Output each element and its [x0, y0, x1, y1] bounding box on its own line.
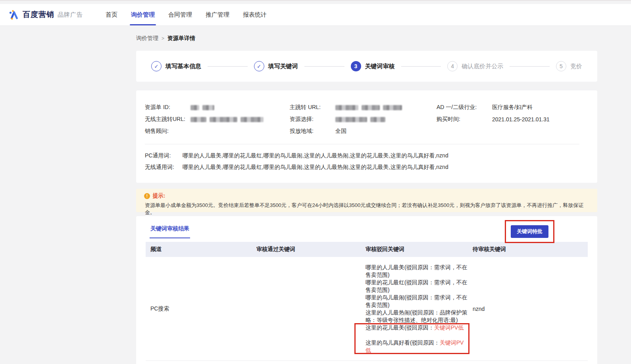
tip-title-row: ! 提示:: [144, 192, 589, 199]
info-row-ad-industry: AD 一/二级行业: 医疗服务/妇产科: [437, 102, 550, 113]
step-number: 5: [556, 61, 566, 71]
info-row-resource-selection: 资源选择:: [290, 113, 402, 125]
rejected-keywords-list: 哪里的人儿最美(驳回原因：需求词，不在售卖范围) 哪里的花儿最红(驳回原因：需求…: [366, 264, 468, 354]
rejected-keyword-text: 这里的人儿最热闹(驳回原因：品牌保护策略：等级夸张性描述、绝对化用语:最): [366, 309, 467, 323]
step-label: 填写基本信息: [165, 63, 201, 70]
brand-subtitle: 品牌广告: [58, 11, 83, 19]
field-value: 全国: [335, 128, 346, 135]
step-2-fill-keywords: ✓ 填写关键词: [254, 61, 298, 71]
nav-item-label: 推广管理: [206, 11, 229, 19]
chevron-right-icon: >: [162, 36, 164, 41]
field-value: 医疗服务/妇产科: [492, 104, 533, 111]
step-connector: [510, 66, 550, 67]
divider: [145, 144, 579, 144]
baidu-marketing-logo-icon: [9, 10, 19, 20]
page: 百度营销 品牌广告 首页 询价管理 合同管理 推广管理 报表统计 询价管理 > …: [0, 0, 631, 364]
table-row: PC搜索 哪里的人儿最美(驳回原因：需求词，不在售卖范围) 哪里的花儿最红(驳回…: [146, 257, 588, 361]
field-label: AD 一/二级行业:: [437, 104, 492, 111]
top-nav: 百度营销 品牌广告 首页 询价管理 合同管理 推广管理 报表统计: [0, 4, 631, 25]
field-label: PC通用词:: [145, 152, 183, 159]
column-header-rejected-keywords: 审核驳回关键词: [361, 246, 468, 253]
step-connector: [401, 66, 441, 67]
rejected-keyword-text: 哪里的人儿最美(驳回原因：需求词，不在售卖范围): [366, 264, 467, 278]
nav-menu: 首页 询价管理 合同管理 推广管理 报表统计: [99, 4, 273, 25]
step-1-basic-info: ✓ 填写基本信息: [151, 61, 201, 71]
step-3-keyword-review: 3 关键词审核: [351, 61, 395, 71]
step-check-icon: ✓: [151, 61, 162, 71]
wireless-generic-keywords-row: 无线通用词: 哪里的人儿最美,哪里的花儿最红,哪里的鸟儿最闹,这里的人儿最热闹,…: [145, 161, 585, 173]
info-column-middle: 主跳转 URL: 资源选择: 投放地域: 全国: [290, 102, 402, 137]
tip-title: 提示:: [153, 192, 165, 199]
rejected-keyword-text: 哪里的花儿最红(驳回原因：需求词，不在售卖范围): [366, 279, 467, 293]
info-row-main-jump-url: 主跳转 URL:: [290, 102, 402, 113]
step-check-icon: ✓: [254, 61, 264, 71]
rejected-keyword-entry: 这里的鸟儿真好看(驳回原因：关键词PV低: [366, 339, 468, 354]
field-label: 主跳转 URL:: [290, 104, 335, 111]
nav-item-contract-management[interactable]: 合同管理: [162, 4, 199, 25]
rejected-keyword-entry: 哪里的花儿最红(驳回原因：需求词，不在售卖范围): [366, 279, 468, 294]
breadcrumb-current: 资源单详情: [167, 35, 195, 42]
redacted-value: [190, 117, 264, 122]
redacted-value: [335, 117, 385, 122]
brand-logo[interactable]: 百度营销 品牌广告: [9, 10, 83, 20]
rejected-keyword-entry: 这里的花儿最美(驳回原因：关键词PV低: [366, 324, 468, 331]
tip-banner: ! 提示: 资源单最小成单金额为3500元。竞价结束后若整单不足3500元，客户…: [136, 189, 597, 212]
nav-item-report-statistics[interactable]: 报表统计: [236, 4, 273, 25]
tab-keyword-review-result[interactable]: 关键词审核结果: [150, 224, 190, 238]
column-header-channel: 频道: [146, 246, 252, 253]
pc-generic-keywords-row: PC通用词: 哪里的人儿最美,哪里的花儿最红,哪里的鸟儿最闹,这里的人儿最热闹,…: [145, 150, 585, 161]
field-label: 无线主跳转URL:: [145, 116, 190, 123]
keyword-review-card: 关键词审核结果 关键词特批 频道 审核通过关键词 审核驳回关键词 待审核关键词 …: [136, 216, 597, 364]
rejected-keyword-entry: 这里的人儿最热闹(驳回原因：品牌保护策略：等级夸张性描述、绝对化用语:最): [366, 309, 468, 324]
info-column-left: 资源单 ID: 无线主跳转URL: 销售顾问:: [145, 102, 264, 137]
cell-approved-keywords: [252, 303, 361, 314]
field-value: 哪里的人儿最美,哪里的花儿最红,哪里的鸟儿最闹,这里的人儿最热闹,这里的花儿最美…: [183, 164, 448, 171]
rejected-keyword-text: 这里的花儿最美(驳回原因：: [366, 324, 434, 331]
cell-rejected-keywords: 哪里的人儿最美(驳回原因：需求词，不在售卖范围) 哪里的花儿最红(驳回原因：需求…: [361, 257, 468, 360]
redacted-value: [335, 105, 402, 110]
step-4-confirm-floor-price: 4 确认底价并公示: [447, 61, 503, 71]
table-header-row: 频道 审核通过关键词 审核驳回关键词 待审核关键词: [146, 242, 588, 257]
nav-item-label: 询价管理: [131, 11, 155, 19]
field-label: 购买时间:: [437, 116, 492, 123]
nav-item-inquiry-management[interactable]: 询价管理: [124, 4, 162, 25]
column-header-pending-keywords: 待审核关键词: [468, 246, 586, 253]
step-label: 关键词审核: [365, 63, 395, 70]
red-annotation-box-button: 关键词特批: [505, 220, 554, 243]
step-number: 4: [447, 61, 458, 71]
step-label: 竞价: [570, 63, 582, 70]
rejected-keyword-text: 哪里的鸟儿最闹(驳回原因：需求词，不在售卖范围): [366, 294, 467, 308]
breadcrumb-parent[interactable]: 询价管理: [136, 35, 158, 42]
field-label: 资源选择:: [290, 116, 335, 123]
alert-exclamation-icon: !: [144, 193, 150, 199]
info-column-right: AD 一/二级行业: 医疗服务/妇产科 购买时间: 2021.01.25-202…: [437, 102, 550, 125]
info-row-target-region: 投放地域: 全国: [290, 125, 402, 137]
cell-pending-keywords: nznd: [468, 300, 586, 318]
nav-item-label: 合同管理: [168, 11, 192, 19]
tip-body-text: 资源单最小成单金额为3500元。竞价结束后若整单不足3500元，客户可在24小时…: [145, 202, 589, 216]
nav-item-home[interactable]: 首页: [99, 4, 124, 25]
field-label: 资源单 ID:: [145, 104, 190, 111]
step-progress-bar: ✓ 填写基本信息 ✓ 填写关键词 3 关键词审核 4 确认底价并公示 5 竞价: [136, 51, 597, 82]
field-label: 无线通用词:: [145, 164, 183, 171]
rejected-reason-highlight: 关键词PV低: [434, 324, 464, 331]
rejected-keyword-entry: 哪里的人儿最美(驳回原因：需求词，不在售卖范围): [366, 264, 468, 279]
field-label: 销售顾问:: [145, 128, 190, 135]
brand-name: 百度营销: [23, 10, 54, 20]
step-label: 填写关键词: [268, 63, 298, 70]
rejected-keyword-entry: 哪里的鸟儿最闹(驳回原因：需求词，不在售卖范围): [366, 294, 468, 309]
info-row-wireless-jump-url: 无线主跳转URL:: [145, 113, 264, 125]
nav-item-label: 报表统计: [243, 11, 267, 19]
rejected-keyword-text: 这里的鸟儿真好看(驳回原因：: [366, 339, 440, 346]
step-connector: [208, 66, 248, 67]
field-label: 投放地域:: [290, 128, 335, 135]
field-value: 哪里的人儿最美,哪里的花儿最红,哪里的鸟儿最闹,这里的人儿最热闹,这里的花儿最美…: [183, 152, 448, 159]
info-row-resource-id: 资源单 ID:: [145, 102, 264, 113]
breadcrumb: 询价管理 > 资源单详情: [136, 35, 597, 42]
step-connector: [304, 66, 344, 67]
keyword-special-approval-button[interactable]: 关键词特批: [511, 225, 548, 238]
nav-item-promotion-management[interactable]: 推广管理: [199, 4, 236, 25]
generic-keywords-section: PC通用词: 哪里的人儿最美,哪里的花儿最红,哪里的鸟儿最闹,这里的人儿最热闹,…: [145, 150, 585, 173]
step-5-bidding: 5 竞价: [556, 61, 582, 71]
step-number: 3: [351, 61, 361, 71]
